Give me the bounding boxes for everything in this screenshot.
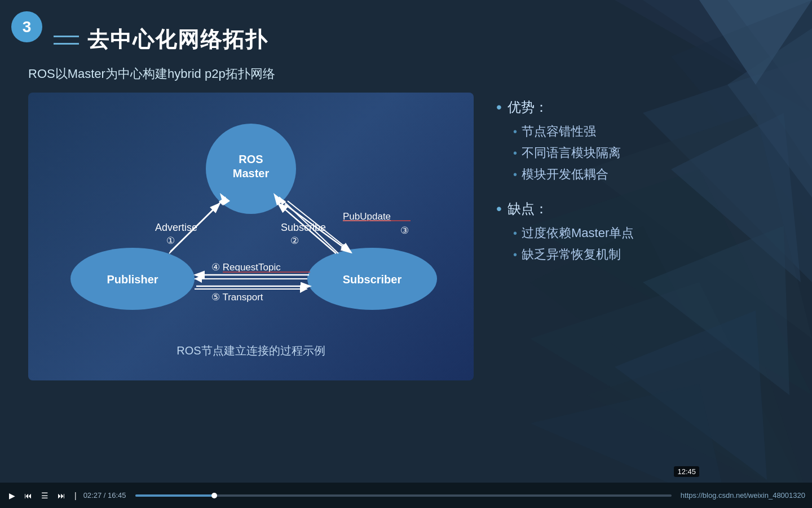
svg-text:⑤  Transport: ⑤ Transport [211, 292, 263, 303]
disadvantage-item-2: 缺乏异常恢复机制 [513, 246, 784, 263]
svg-text:ROS: ROS [239, 153, 263, 165]
advantage-item-2: 不同语言模块隔离 [513, 144, 784, 161]
diagram-box: ROS Master Publisher Subscriber Advertis… [28, 93, 474, 380]
advantages-section: 优势： 节点容错性强 不同语言模块隔离 模块开发低耦合 [496, 98, 784, 183]
svg-text:Publisher: Publisher [107, 273, 158, 286]
svg-text:PubUpdate: PubUpdate [343, 211, 391, 222]
svg-marker-40 [195, 275, 202, 283]
slide-title: 去中心化网络拓扑 [87, 25, 268, 54]
right-content: 优势： 节点容错性强 不同语言模块隔离 模块开发低耦合 缺点： 过度依赖Mast… [496, 93, 784, 280]
progress-dot [211, 493, 217, 498]
svg-text:Master: Master [233, 167, 270, 179]
prev-button[interactable]: ⏮ [22, 490, 34, 501]
controls-bar: ▶ ⏮ ☰ ⏭ | 02:27 / 16:45 https://blog.csd… [0, 483, 812, 508]
svg-text:Subscriber: Subscriber [343, 273, 402, 286]
progress-fill [135, 494, 215, 497]
advantage-item-3: 模块开发低耦合 [513, 166, 784, 183]
separator: | [72, 490, 79, 501]
disadvantage-item-1: 过度依赖Master单点 [513, 225, 784, 242]
svg-text:①: ① [166, 235, 175, 246]
playlist-button[interactable]: ☰ [39, 490, 51, 501]
svg-text:③: ③ [400, 225, 409, 236]
disadvantages-title: 缺点： [496, 200, 784, 218]
time-display: 02:27 / 16:45 [83, 491, 126, 500]
advantages-title: 优势： [496, 98, 784, 116]
subtitle: ROS以Master为中心构建hybrid p2p拓扑网络 [28, 65, 784, 82]
advantage-item-1: 节点容错性强 [513, 123, 784, 140]
url-display: https://blog.csdn.net/weixin_48001320 [681, 491, 805, 500]
play-button[interactable]: ▶ [7, 490, 17, 501]
disadvantages-section: 缺点： 过度依赖Master单点 缺乏异常恢复机制 [496, 200, 784, 263]
diagram-caption: ROS节点建立连接的过程示例 [45, 343, 457, 358]
slide-number: 3 [11, 11, 42, 42]
title-bracket: 去中心化网络拓扑 [54, 25, 268, 54]
svg-text:④ RequestTopic: ④ RequestTopic [211, 262, 281, 273]
diagram-svg: ROS Master Publisher Subscriber Advertis… [45, 110, 457, 335]
svg-text:②: ② [290, 235, 299, 246]
content-row: ROS Master Publisher Subscriber Advertis… [28, 93, 784, 380]
main-content: 3 去中心化网络拓扑 ROS以Master为中心构建hybrid p2p拓扑网络… [0, 0, 812, 483]
svg-text:Subscribe: Subscribe [281, 222, 326, 233]
progress-bar[interactable] [135, 494, 672, 497]
next-button[interactable]: ⏭ [55, 490, 68, 501]
